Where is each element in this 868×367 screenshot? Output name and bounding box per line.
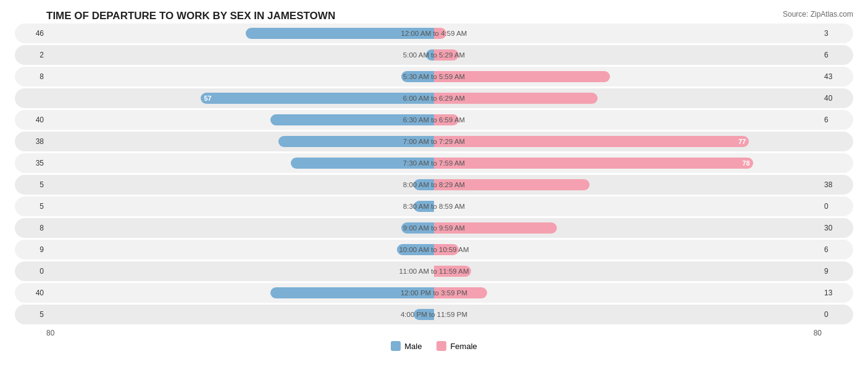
female-value: 6: [821, 51, 853, 59]
female-value: 3: [821, 29, 853, 38]
bar-mid-region: 10:00 AM to 10:59 AM: [47, 240, 821, 259]
female-bar: [434, 71, 610, 82]
male-bar: [291, 158, 434, 169]
male-value: 5: [15, 310, 47, 319]
chart-row: 011:00 AM to 11:59 AM9: [15, 261, 853, 281]
female-bar: [434, 244, 459, 255]
time-label: 8:30 AM to 8:59 AM: [403, 203, 465, 210]
male-value: 46: [15, 29, 47, 38]
female-bar: [434, 179, 590, 190]
male-value: 8: [15, 72, 47, 81]
bar-mid-region: 5:30 AM to 5:59 AM: [47, 67, 821, 86]
legend: Male Female: [12, 341, 856, 351]
chart-row: 25:00 AM to 5:29 AM6: [15, 45, 853, 65]
legend-male-box: [391, 341, 401, 351]
female-bar: [434, 158, 753, 169]
bar-mid-region: 11:00 AM to 11:59 AM: [47, 261, 821, 281]
male-value: 5: [15, 180, 47, 189]
chart-area: 4612:00 AM to 4:59 AM325:00 AM to 5:29 A…: [12, 23, 856, 324]
female-bar: [434, 28, 446, 39]
male-value: 40: [15, 116, 47, 124]
bar-mid-region: 7:00 AM to 7:29 AM77: [47, 132, 821, 151]
male-value: 8: [15, 224, 47, 232]
male-bar: [246, 28, 434, 39]
male-bar: [401, 222, 434, 234]
legend-female-box: [436, 341, 446, 351]
chart-row: 4612:00 AM to 4:59 AM3: [15, 23, 853, 43]
female-bar: [434, 266, 471, 277]
male-bar: [397, 244, 434, 255]
female-bar: [434, 93, 598, 104]
time-label: 4:00 PM to 11:59 PM: [401, 311, 467, 318]
male-bar: [414, 179, 434, 190]
male-value: 40: [15, 289, 47, 297]
female-value: 6: [821, 116, 853, 124]
chart-row: 910:00 AM to 10:59 AM6: [15, 240, 853, 259]
chart-row: 4012:00 PM to 3:59 PM13: [15, 283, 853, 303]
male-value: 38: [15, 137, 47, 146]
female-value: 0: [821, 202, 853, 211]
female-value: 9: [821, 267, 853, 276]
male-value: 35: [15, 159, 47, 167]
male-bar: [401, 71, 434, 82]
bar-mid-region: 6:30 AM to 6:59 AM: [47, 110, 821, 130]
bar-mid-region: 7:30 AM to 7:59 AM78: [47, 153, 821, 173]
female-bar: [434, 49, 459, 61]
chart-row: 58:00 AM to 8:29 AM38: [15, 175, 853, 195]
female-value: 38: [821, 180, 853, 189]
chart-row: 85:30 AM to 5:59 AM43: [15, 67, 853, 86]
bar-mid-region: 6:00 AM to 6:29 AM57: [47, 88, 821, 108]
female-value: 40: [821, 94, 853, 103]
bar-mid-region: 12:00 PM to 3:59 PM: [47, 283, 821, 303]
female-value: 30: [821, 224, 853, 232]
female-value: 13: [821, 289, 853, 297]
chart-row: 89:00 AM to 9:59 AM30: [15, 218, 853, 238]
male-value: 2: [15, 51, 47, 59]
chart-row: 58:30 AM to 8:59 AM0: [15, 196, 853, 216]
male-value: 9: [15, 245, 47, 254]
female-bar: [434, 222, 557, 234]
male-bar: [414, 309, 434, 320]
male-value: 5: [15, 202, 47, 211]
female-value: 0: [821, 310, 853, 319]
chart-row: 54:00 PM to 11:59 PM0: [15, 305, 853, 324]
legend-male: Male: [391, 341, 422, 351]
bar-mid-region: 12:00 AM to 4:59 AM: [47, 23, 821, 43]
male-value: 0: [15, 267, 47, 276]
bar-mid-region: 4:00 PM to 11:59 PM: [47, 305, 821, 324]
chart-row: 6:00 AM to 6:29 AM5740: [15, 88, 853, 108]
male-bar: [270, 114, 434, 125]
male-bar: [414, 201, 434, 212]
chart-row: 406:30 AM to 6:59 AM6: [15, 110, 853, 130]
x-axis-left: 80: [46, 329, 54, 337]
male-bar: [270, 287, 434, 298]
bar-mid-region: 9:00 AM to 9:59 AM: [47, 218, 821, 238]
bar-mid-region: 8:00 AM to 8:29 AM: [47, 175, 821, 195]
chart-row: 387:00 AM to 7:29 AM77: [15, 132, 853, 151]
male-bar: [201, 93, 434, 104]
x-axis-right: 80: [814, 329, 822, 337]
legend-male-label: Male: [404, 342, 422, 351]
legend-female-label: Female: [450, 342, 477, 351]
female-bar: [434, 114, 459, 125]
female-value: 43: [821, 72, 853, 81]
x-axis: 80 80: [12, 326, 856, 337]
chart-row: 357:30 AM to 7:59 AM78: [15, 153, 853, 173]
source-label: Source: ZipAtlas.com: [783, 6, 856, 19]
female-value: 6: [821, 245, 853, 254]
female-bar: [434, 287, 487, 298]
female-bar: [434, 136, 749, 147]
male-bar: [426, 49, 434, 61]
legend-female: Female: [436, 341, 477, 351]
bar-mid-region: 5:00 AM to 5:29 AM: [47, 45, 821, 65]
bar-mid-region: 8:30 AM to 8:59 AM: [47, 196, 821, 216]
chart-title: TIME OF DEPARTURE TO WORK BY SEX IN JAME…: [46, 6, 335, 22]
male-bar: [278, 136, 434, 147]
chart-container: TIME OF DEPARTURE TO WORK BY SEX IN JAME…: [12, 6, 856, 351]
